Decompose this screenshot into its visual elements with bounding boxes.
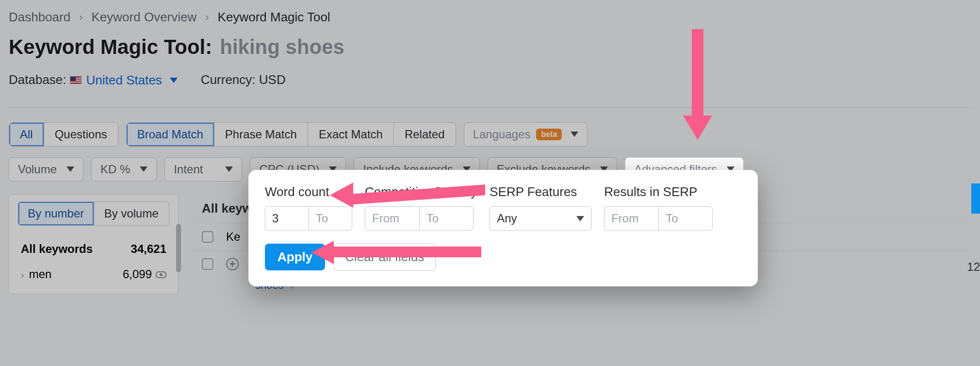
currency-display: Currency: USD: [201, 72, 286, 87]
crumb-current: Keyword Magic Tool: [218, 10, 330, 25]
row-checkbox[interactable]: [202, 258, 213, 270]
group-all-keywords[interactable]: All keywords 34,621: [18, 236, 169, 262]
comp-density-to-input[interactable]: [419, 206, 474, 231]
tab-broad-match[interactable]: Broad Match: [127, 123, 214, 146]
divider: [9, 107, 971, 108]
select-all-checkbox[interactable]: [202, 231, 213, 243]
tab-all[interactable]: All: [9, 123, 44, 146]
title-label: Keyword Magic Tool:: [9, 35, 212, 59]
sort-segment: By number By volume: [18, 201, 169, 226]
chevron-right-icon: ›: [205, 11, 209, 24]
chevron-down-icon: [170, 78, 178, 83]
filter-volume[interactable]: Volume: [9, 157, 83, 182]
match-segment: Broad Match Phrase Match Exact Match Rel…: [126, 122, 456, 147]
tab-related[interactable]: Related: [394, 123, 456, 146]
currency-value: USD: [259, 72, 286, 87]
us-flag-icon: [70, 76, 82, 84]
add-icon[interactable]: +: [226, 258, 239, 270]
filter-intent[interactable]: Intent: [164, 157, 242, 182]
tab-questions[interactable]: Questions: [44, 123, 118, 146]
serp-features-select[interactable]: Any: [490, 206, 591, 231]
results-serp-from-input[interactable]: [604, 206, 658, 231]
chevron-down-icon: [225, 166, 233, 172]
word-count-group: Word count: [265, 184, 352, 231]
results-serp-to-input[interactable]: [658, 206, 713, 231]
group-label: men: [29, 267, 52, 281]
chevron-down-icon: [571, 132, 578, 137]
competitive-density-group: Competitive Density: [365, 184, 477, 231]
group-men[interactable]: ›men 6,099: [18, 262, 169, 287]
chevron-down-icon: [576, 216, 584, 221]
title-query: hiking shoes: [220, 35, 344, 59]
results-in-serp-group: Results in SERP: [604, 184, 713, 231]
column-keyword: Ke: [226, 230, 240, 244]
clear-all-button[interactable]: Clear all fields: [334, 243, 435, 271]
tabs-row: All Questions Broad Match Phrase Match E…: [9, 122, 971, 147]
cutoff-number: 12: [967, 260, 980, 274]
serp-features-label: SERP Features: [490, 184, 591, 200]
languages-label: Languages: [473, 128, 531, 141]
tab-phrase-match[interactable]: Phrase Match: [214, 123, 308, 146]
type-segment: All Questions: [9, 122, 118, 147]
scrollbar[interactable]: [176, 224, 181, 272]
database-country: United States: [86, 73, 162, 88]
languages-dropdown[interactable]: Languages beta: [464, 122, 588, 147]
page-title: Keyword Magic Tool: hiking shoes: [9, 35, 971, 59]
groups-sidebar: By number By volume All keywords 34,621 …: [9, 194, 179, 294]
chevron-down-icon: [140, 166, 147, 172]
filter-kd[interactable]: KD %: [91, 157, 157, 182]
currency-label: Currency:: [201, 72, 256, 87]
beta-badge: beta: [536, 129, 562, 140]
advanced-filters-popover: Word count Competitive Density SERP Feat…: [248, 170, 758, 286]
meta-row: Database: United States Currency: USD: [9, 72, 971, 88]
breadcrumb: Dashboard › Keyword Overview › Keyword M…: [9, 10, 971, 25]
database-label: Database:: [9, 72, 66, 87]
results-in-serp-label: Results in SERP: [604, 184, 713, 200]
group-label: All keywords: [21, 242, 93, 256]
sort-by-number[interactable]: By number: [18, 202, 94, 225]
apply-button[interactable]: Apply: [265, 244, 325, 270]
competitive-density-label: Competitive Density: [365, 184, 477, 200]
eye-icon[interactable]: [156, 271, 166, 278]
word-count-from-input[interactable]: [265, 206, 309, 231]
cutoff-element: [971, 183, 980, 214]
chevron-right-icon: ›: [21, 269, 24, 280]
database-selector[interactable]: Database: United States: [9, 72, 178, 88]
group-count: 34,621: [131, 242, 166, 256]
crumb-dashboard[interactable]: Dashboard: [9, 10, 70, 25]
chevron-right-icon: ›: [79, 11, 82, 24]
crumb-overview[interactable]: Keyword Overview: [92, 10, 197, 25]
serp-features-group: SERP Features Any: [490, 184, 591, 231]
word-count-label: Word count: [265, 184, 352, 200]
serp-features-value: Any: [497, 212, 517, 225]
comp-density-from-input[interactable]: [365, 206, 419, 231]
group-count: 6,099: [123, 267, 152, 281]
word-count-to-input[interactable]: [309, 206, 352, 231]
tab-exact-match[interactable]: Exact Match: [308, 123, 394, 146]
sort-by-volume[interactable]: By volume: [94, 202, 169, 225]
chevron-down-icon: [66, 166, 74, 172]
